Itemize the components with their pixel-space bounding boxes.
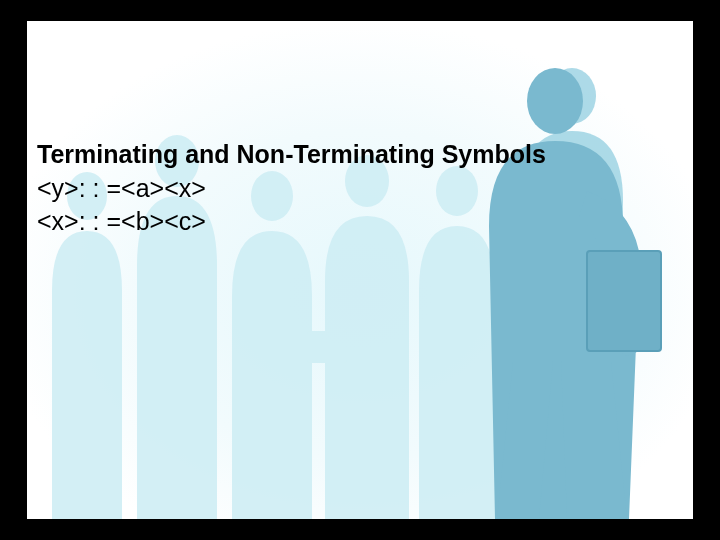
slide-text: Terminating and Non-Terminating Symbols … [37,139,677,237]
svg-point-7 [548,68,596,124]
grammar-rule-2: <x>: : =<b><c> [37,205,677,238]
grammar-rule-1: <y>: : =<a><x> [37,172,677,205]
svg-rect-10 [587,251,661,351]
svg-rect-9 [587,251,661,351]
svg-point-8 [527,68,583,134]
svg-rect-5 [307,331,347,363]
svg-rect-0 [27,21,693,519]
slide-title: Terminating and Non-Terminating Symbols [37,139,677,170]
background-silhouettes [27,21,693,519]
slide: Terminating and Non-Terminating Symbols … [27,21,693,519]
